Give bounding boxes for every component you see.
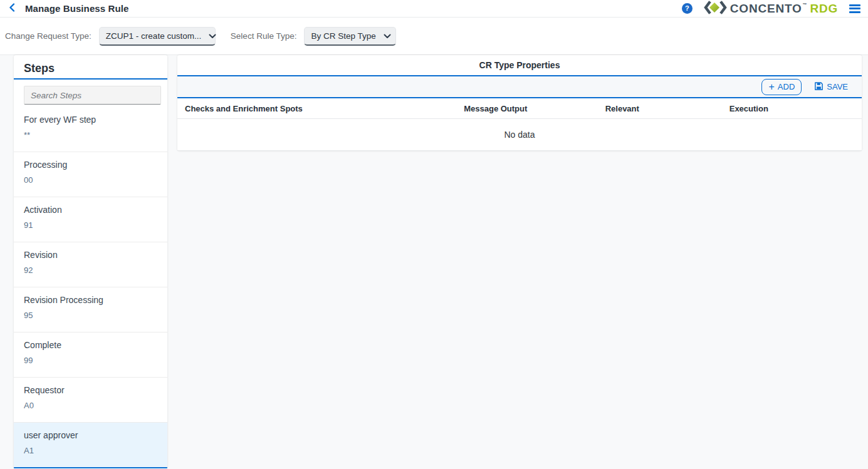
step-list-item[interactable]: RequestorA0 bbox=[14, 378, 167, 423]
steps-panel: Steps For every WF step**Processing00Act… bbox=[14, 55, 167, 469]
step-name: For every WF step bbox=[24, 115, 162, 125]
save-button-label: SAVE bbox=[827, 82, 848, 91]
shell-header: Manage Business Rule ? CONCENTO ™ RDG bbox=[0, 0, 868, 18]
filter-bar: Change Request Type: ZCUP1 - create cust… bbox=[0, 18, 868, 55]
change-request-type-select[interactable]: ZCUP1 - create custom... bbox=[99, 27, 216, 46]
step-list-item[interactable]: Activation91 bbox=[14, 197, 167, 242]
help-icon[interactable]: ? bbox=[682, 3, 693, 14]
logo-wordmark: CONCENTO ™ RDG bbox=[730, 2, 838, 16]
properties-toolbar: + ADD SAVE bbox=[177, 76, 862, 98]
step-code: 95 bbox=[24, 311, 162, 320]
step-list-item[interactable]: Complete99 bbox=[14, 332, 167, 378]
column-header: Relevant bbox=[561, 104, 684, 113]
change-request-type-label: Change Request Type: bbox=[5, 31, 92, 41]
page-title: Manage Business Rule bbox=[25, 3, 128, 14]
add-button-label: ADD bbox=[778, 82, 795, 91]
back-button[interactable] bbox=[6, 3, 18, 14]
step-list-item[interactable]: Processing00 bbox=[14, 152, 167, 197]
plus-icon: + bbox=[768, 82, 774, 92]
logo-brand: CONCENTO bbox=[730, 2, 802, 16]
add-button[interactable]: + ADD bbox=[761, 79, 802, 95]
logo-suffix: RDG bbox=[810, 2, 838, 16]
select-rule-type-select[interactable]: By CR Step Type bbox=[304, 27, 396, 46]
step-code: 99 bbox=[24, 356, 162, 365]
select-rule-type-value: By CR Step Type bbox=[311, 31, 375, 41]
properties-panel-title: CR Type Properties bbox=[177, 55, 862, 76]
step-list-item[interactable]: Revision92 bbox=[14, 242, 167, 287]
step-code: A1 bbox=[24, 446, 162, 455]
search-steps-input[interactable] bbox=[24, 86, 161, 105]
change-request-type-value: ZCUP1 - create custom... bbox=[106, 31, 201, 41]
steps-list: For every WF step**Processing00Activatio… bbox=[14, 107, 167, 468]
chevron-down-icon bbox=[209, 31, 216, 41]
step-name: user approver bbox=[24, 430, 162, 440]
content-area: Steps For every WF step**Processing00Act… bbox=[0, 55, 868, 469]
step-code: 00 bbox=[24, 175, 162, 185]
no-data-message: No data bbox=[177, 119, 862, 151]
step-name: Processing bbox=[24, 160, 162, 170]
step-name: Activation bbox=[24, 205, 162, 215]
step-name: Requestor bbox=[24, 385, 162, 395]
step-name: Revision bbox=[24, 250, 162, 260]
column-header: Execution bbox=[684, 104, 813, 113]
step-list-item[interactable]: For every WF step** bbox=[14, 107, 167, 152]
step-code: 91 bbox=[24, 220, 162, 230]
step-code: A0 bbox=[24, 401, 162, 410]
chevron-down-icon bbox=[384, 31, 391, 41]
concento-logo: CONCENTO ™ RDG bbox=[704, 0, 838, 18]
floppy-disk-icon bbox=[814, 81, 827, 93]
column-header: Checks and Enrichment Spots bbox=[177, 104, 431, 113]
save-button[interactable]: SAVE bbox=[810, 79, 852, 95]
logo-trademark: ™ bbox=[803, 3, 808, 7]
step-code: ** bbox=[24, 130, 162, 140]
cr-type-properties-panel: CR Type Properties + ADD SAVE Checks and… bbox=[177, 55, 862, 151]
steps-panel-title: Steps bbox=[14, 55, 167, 80]
step-code: 92 bbox=[24, 265, 162, 275]
hamburger-menu-icon[interactable] bbox=[848, 1, 862, 16]
chevron-left-icon bbox=[9, 3, 15, 14]
step-name: Complete bbox=[24, 340, 162, 350]
column-header: Message Output bbox=[431, 104, 560, 113]
select-rule-type-label: Select Rule Type: bbox=[231, 31, 297, 41]
concento-diamond-icon bbox=[704, 0, 728, 18]
step-list-item[interactable]: Revision Processing95 bbox=[14, 287, 167, 332]
step-list-item[interactable]: user approverA1 bbox=[14, 423, 167, 468]
step-name: Revision Processing bbox=[24, 295, 162, 305]
table-header-row: Checks and Enrichment SpotsMessage Outpu… bbox=[177, 98, 862, 119]
